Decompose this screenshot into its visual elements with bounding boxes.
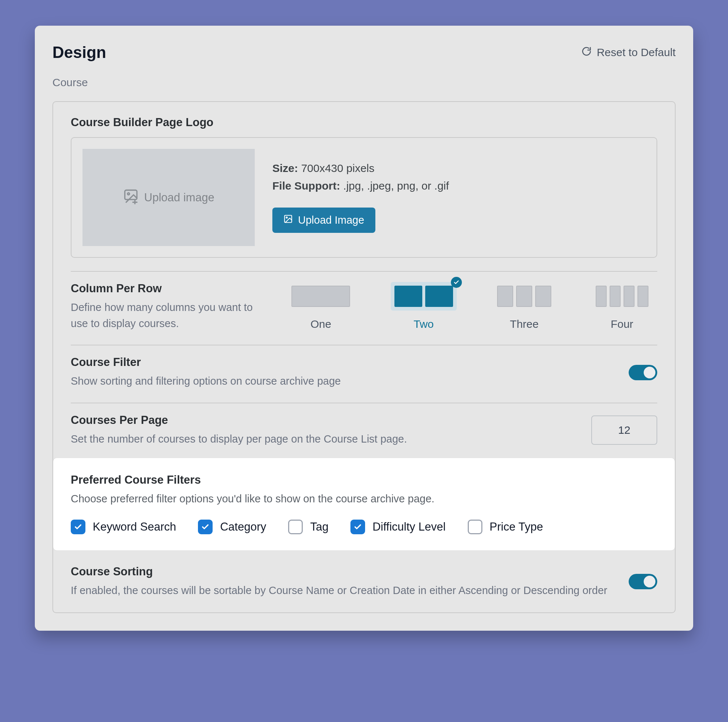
settings-panel: Design Reset to Default Course Course Bu… [35, 26, 693, 631]
course-filter-desc: Show sorting and filtering options on co… [71, 373, 611, 389]
filter-label: Category [220, 520, 266, 533]
svg-point-5 [286, 217, 288, 218]
support-label: File Support: [272, 180, 340, 192]
check-icon [451, 277, 462, 288]
per-page-title: Courses Per Page [71, 414, 574, 427]
filter-label: Difficulty Level [372, 520, 445, 533]
course-filter-title: Course Filter [71, 356, 611, 369]
sorting-title: Course Sorting [71, 565, 611, 578]
checkbox-icon [288, 520, 303, 534]
column-option-three[interactable]: Three [493, 282, 555, 330]
image-icon [123, 188, 139, 207]
checkbox-icon [468, 520, 482, 534]
course-sorting-toggle[interactable] [629, 574, 657, 589]
upload-placeholder: Upload image [144, 191, 214, 204]
upload-dropzone[interactable]: Upload image [83, 149, 255, 246]
column-option-one[interactable]: One [288, 282, 354, 330]
courses-per-page-input[interactable] [591, 415, 657, 445]
logo-section-title: Course Builder Page Logo [71, 116, 657, 129]
column-option-four[interactable]: Four [592, 282, 652, 330]
column-option-label: Two [391, 318, 457, 330]
size-label: Size: [272, 162, 298, 174]
reset-label: Reset to Default [597, 46, 676, 59]
column-option-label: Three [493, 318, 555, 330]
filter-checkbox-difficulty-level[interactable]: Difficulty Level [350, 520, 445, 534]
upload-button-label: Upload Image [298, 214, 364, 226]
svg-point-1 [128, 193, 130, 195]
image-icon [283, 214, 293, 226]
sorting-desc: If enabled, the courses will be sortable… [71, 583, 611, 599]
filter-checkbox-keyword-search[interactable]: Keyword Search [71, 520, 176, 534]
upload-image-button[interactable]: Upload Image [272, 207, 375, 233]
filter-label: Tag [310, 520, 329, 533]
filter-label: Price Type [490, 520, 543, 533]
filter-checkbox-category[interactable]: Category [198, 520, 266, 534]
reload-icon [581, 46, 592, 59]
columns-desc: Define how many columns you want to use … [71, 300, 265, 331]
logo-upload-box: Upload image Size: 700x430 pixels File S… [71, 137, 657, 258]
design-card: Course Builder Page Logo Upload image Si… [52, 101, 676, 613]
preferred-filters-section: Preferred Course Filters Choose preferre… [53, 458, 675, 550]
breadcrumb: Course [52, 76, 676, 89]
filter-checkbox-price-type[interactable]: Price Type [468, 520, 543, 534]
size-value: 700x430 pixels [301, 162, 374, 174]
checkbox-icon [350, 520, 365, 534]
filter-label: Keyword Search [93, 520, 176, 533]
filter-checkbox-tag[interactable]: Tag [288, 520, 329, 534]
reset-to-default-button[interactable]: Reset to Default [581, 46, 676, 59]
page-title: Design [52, 43, 106, 61]
checkbox-icon [71, 520, 86, 534]
course-filter-toggle[interactable] [629, 365, 657, 380]
pref-filters-desc: Choose preferred filter options you'd li… [71, 491, 657, 507]
columns-title: Column Per Row [71, 282, 265, 295]
column-option-two[interactable]: Two [391, 282, 457, 330]
column-option-label: One [288, 318, 354, 330]
checkbox-icon [198, 520, 213, 534]
per-page-desc: Set the number of courses to display per… [71, 431, 574, 448]
pref-filters-title: Preferred Course Filters [71, 474, 657, 487]
support-value: .jpg, .jpeg, png, or .gif [343, 180, 449, 192]
column-option-label: Four [592, 318, 652, 330]
